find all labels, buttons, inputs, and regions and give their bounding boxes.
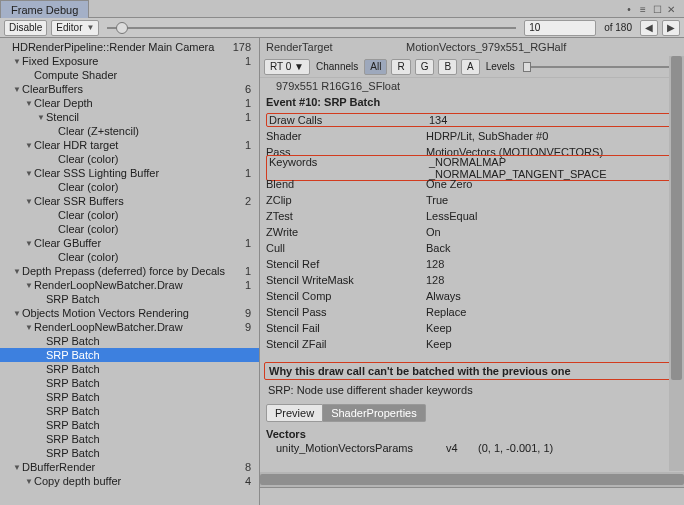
tree-row[interactable]: Clear (Z+stencil) — [0, 124, 259, 138]
tree-row[interactable]: SRP Batch — [0, 404, 259, 418]
tree-row[interactable]: ▼Clear SSR Buffers2 — [0, 194, 259, 208]
property-value: 128 — [426, 258, 678, 270]
horizontal-scrollbar[interactable] — [260, 472, 684, 487]
prev-frame-button[interactable]: ◀ — [640, 20, 658, 36]
tree-row[interactable]: ▼Copy depth buffer4 — [0, 474, 259, 488]
channel-g-button[interactable]: G — [415, 59, 435, 75]
tree-row[interactable]: HDRenderPipeline::Render Main Camera178 — [0, 40, 259, 54]
property-key: Stencil Pass — [266, 306, 426, 318]
tree-row[interactable]: Clear (color) — [0, 222, 259, 236]
tree-row[interactable]: SRP Batch — [0, 432, 259, 446]
tree-row[interactable]: SRP Batch — [0, 334, 259, 348]
tree-row[interactable]: ▼Clear HDR target1 — [0, 138, 259, 152]
channel-all-button[interactable]: All — [364, 59, 387, 75]
window-lock-icon[interactable]: • — [622, 2, 636, 16]
detail-pane: RenderTarget MotionVectors_979x551_RGHal… — [260, 38, 684, 505]
property-value: Back — [426, 242, 678, 254]
disclosure-triangle-icon[interactable]: ▼ — [24, 99, 34, 108]
tree-row[interactable]: ▼RenderLoopNewBatcher.Draw1 — [0, 278, 259, 292]
frame-number-value: 10 — [529, 22, 540, 33]
tree-row[interactable]: ▼ClearBuffers6 — [0, 82, 259, 96]
disclosure-triangle-icon[interactable]: ▼ — [24, 323, 34, 332]
tree-row-label: HDRenderPipeline::Render Main Camera — [12, 41, 233, 53]
window-maximize-icon[interactable]: ☐ — [650, 2, 664, 16]
status-bar — [260, 487, 684, 505]
tree-row[interactable]: ▼Clear Depth1 — [0, 96, 259, 110]
tree-row[interactable]: SRP Batch — [0, 446, 259, 460]
disclosure-triangle-icon[interactable]: ▼ — [24, 477, 34, 486]
property-key: ZWrite — [266, 226, 426, 238]
disclosure-triangle-icon[interactable]: ▼ — [12, 57, 22, 66]
tree-row[interactable]: Compute Shader — [0, 68, 259, 82]
tree-row-count: 9 — [245, 307, 259, 319]
tree-row[interactable]: ▼Stencil1 — [0, 110, 259, 124]
tree-row[interactable]: SRP Batch — [0, 362, 259, 376]
tree-row[interactable]: SRP Batch — [0, 390, 259, 404]
tree-row-count: 1 — [245, 111, 259, 123]
tree-row-label: RenderLoopNewBatcher.Draw — [34, 279, 245, 291]
rendertarget-value: MotionVectors_979x551_RGHalf — [406, 41, 566, 53]
tree-row[interactable]: SRP Batch — [0, 376, 259, 390]
property-key: Stencil Comp — [266, 290, 426, 302]
tree-row[interactable]: SRP Batch — [0, 348, 259, 362]
channel-b-button[interactable]: B — [438, 59, 457, 75]
tree-row[interactable]: Clear (color) — [0, 208, 259, 222]
shaderproperties-tab[interactable]: ShaderProperties — [323, 404, 426, 422]
disclosure-triangle-icon[interactable]: ▼ — [12, 463, 22, 472]
disclosure-triangle-icon[interactable]: ▼ — [36, 113, 46, 122]
disclosure-triangle-icon[interactable]: ▼ — [24, 281, 34, 290]
window-titlebar: Frame Debug • ≡ ☐ ✕ — [0, 0, 684, 18]
tree-row[interactable]: ▼Fixed Exposure1 — [0, 54, 259, 68]
frame-slider[interactable] — [103, 20, 520, 36]
disclosure-triangle-icon[interactable]: ▼ — [12, 267, 22, 276]
disclosure-triangle-icon[interactable]: ▼ — [24, 197, 34, 206]
disclosure-triangle-icon[interactable]: ▼ — [24, 239, 34, 248]
tree-row[interactable]: ▼Clear SSS Lighting Buffer1 — [0, 166, 259, 180]
vector-row: unity_MotionVectorsParams v4 (0, 1, -0.0… — [260, 440, 684, 456]
frame-number-field[interactable]: 10 — [524, 20, 596, 36]
tree-row[interactable]: ▼Objects Motion Vectors Rendering9 — [0, 306, 259, 320]
disclosure-triangle-icon[interactable]: ▼ — [24, 141, 34, 150]
disclosure-triangle-icon[interactable]: ▼ — [12, 309, 22, 318]
preview-tab[interactable]: Preview — [266, 404, 323, 422]
tree-row-label: SRP Batch — [46, 335, 251, 347]
tree-row[interactable]: Clear (color) — [0, 180, 259, 194]
property-value: 134 — [429, 114, 675, 126]
property-key: Shader — [266, 130, 426, 142]
tree-row-label: Clear (color) — [58, 209, 251, 221]
enable-toggle[interactable]: Disable — [4, 20, 47, 36]
levels-slider[interactable] — [521, 60, 680, 74]
window-close-icon[interactable]: ✕ — [664, 2, 678, 16]
rt-output-dropdown[interactable]: RT 0 ▼ — [264, 59, 310, 75]
property-key: Stencil Fail — [266, 322, 426, 334]
window-tab[interactable]: Frame Debug — [0, 0, 89, 18]
vertical-scrollbar[interactable] — [669, 56, 684, 471]
window-options-icon[interactable]: ≡ — [636, 2, 650, 16]
property-row: ZClipTrue — [266, 192, 678, 208]
rt-size-info: 979x551 R16G16_SFloat — [260, 78, 684, 94]
target-dropdown-label: Editor — [56, 22, 82, 33]
tree-row[interactable]: Clear (color) — [0, 152, 259, 166]
tree-row[interactable]: SRP Batch — [0, 292, 259, 306]
channel-a-button[interactable]: A — [461, 59, 480, 75]
slider-thumb[interactable] — [116, 22, 128, 34]
tree-row[interactable]: ▼Clear GBuffer1 — [0, 236, 259, 250]
channel-r-button[interactable]: R — [391, 59, 410, 75]
tree-row-count: 178 — [233, 41, 259, 53]
property-row: ShaderHDRP/Lit, SubShader #0 — [266, 128, 678, 144]
disclosure-triangle-icon[interactable]: ▼ — [12, 85, 22, 94]
tree-row[interactable]: SRP Batch — [0, 418, 259, 432]
disclosure-triangle-icon[interactable]: ▼ — [24, 169, 34, 178]
property-key: Blend — [266, 178, 426, 190]
event-tree[interactable]: HDRenderPipeline::Render Main Camera178▼… — [0, 38, 260, 505]
property-value: Keep — [426, 322, 678, 334]
tree-row-count: 1 — [245, 55, 259, 67]
tree-row[interactable]: ▼DBufferRender8 — [0, 460, 259, 474]
tree-row[interactable]: ▼RenderLoopNewBatcher.Draw9 — [0, 320, 259, 334]
tree-row[interactable]: ▼Depth Prepass (deferred) force by Decal… — [0, 264, 259, 278]
tree-row-count: 1 — [245, 237, 259, 249]
property-row: ZWriteOn — [266, 224, 678, 240]
tree-row[interactable]: Clear (color) — [0, 250, 259, 264]
next-frame-button[interactable]: ▶ — [662, 20, 680, 36]
target-dropdown[interactable]: Editor ▼ — [51, 20, 99, 36]
